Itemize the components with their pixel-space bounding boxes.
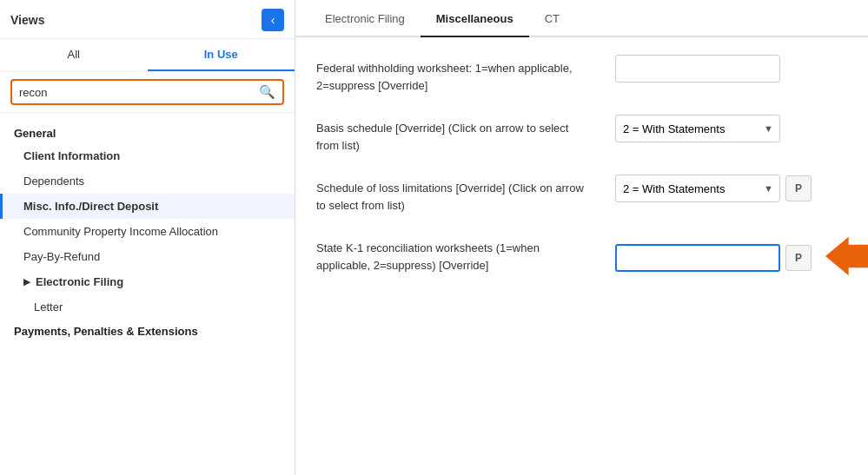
sidebar-item-client-information[interactable]: Client Information [0, 143, 295, 168]
sidebar-item-misc-direct-deposit[interactable]: Misc. Info./Direct Deposit [0, 194, 295, 219]
general-section-title: General [0, 122, 295, 143]
state-k1-p-button[interactable]: P [785, 245, 812, 271]
search-icon: 🔍 [259, 84, 275, 100]
federal-withholding-label: Federal withholding worksheet: 1=when ap… [316, 55, 594, 94]
sidebar-item-community-property[interactable]: Community Property Income Allocation [0, 219, 295, 244]
basis-schedule-select-wrapper: 1 = Without Statements 2 = With Statemen… [615, 115, 780, 142]
sidebar-item-letter[interactable]: Letter [0, 294, 295, 320]
schedule-loss-row: Schedule of loss limitations [Override] … [316, 175, 847, 214]
svg-marker-0 [825, 237, 868, 275]
schedule-loss-p-button[interactable]: P [785, 175, 812, 201]
tab-electronic-filing[interactable]: Electronic Filing [309, 0, 421, 37]
basis-schedule-control: 1 = Without Statements 2 = With Statemen… [615, 115, 847, 142]
federal-withholding-control [615, 55, 847, 82]
nav-list: General Client Information Dependents Mi… [0, 113, 295, 475]
orange-arrow-indicator [825, 234, 868, 280]
toggle-all[interactable]: All [0, 39, 148, 71]
schedule-loss-label: Schedule of loss limitations [Override] … [316, 175, 594, 214]
tab-ct[interactable]: CT [529, 0, 575, 37]
state-k1-control: P [615, 234, 868, 280]
toggle-in-use[interactable]: In Use [148, 39, 295, 71]
search-wrapper: 🔍 [10, 79, 284, 105]
sidebar-item-electronic-filing[interactable]: Electronic Filing [0, 269, 295, 294]
schedule-loss-select-wrapper: 1 = Without Statements 2 = With Statemen… [615, 175, 780, 202]
basis-schedule-label: Basis schedule [Override] (Click on arro… [316, 115, 594, 154]
content-area: Federal withholding worksheet: 1=when ap… [295, 37, 868, 475]
schedule-loss-control: 1 = Without Statements 2 = With Statemen… [615, 175, 847, 202]
state-k1-row: State K-1 reconciliation worksheets (1=w… [316, 234, 847, 280]
state-k1-label: State K-1 reconciliation worksheets (1=w… [316, 234, 594, 274]
main-content: Electronic Filing Miscellaneous CT Feder… [295, 0, 868, 475]
sidebar-item-dependents[interactable]: Dependents [0, 168, 295, 194]
search-row: 🔍 [0, 72, 295, 113]
views-header: Views ‹ [0, 0, 295, 39]
sidebar: Views ‹ All In Use 🔍 General Client Info… [0, 0, 295, 475]
tab-miscellaneous[interactable]: Miscellaneous [421, 0, 529, 37]
sidebar-item-pay-by-refund[interactable]: Pay-By-Refund [0, 244, 295, 269]
state-k1-input[interactable] [615, 244, 780, 272]
search-input[interactable] [19, 86, 259, 99]
payments-section-title: Payments, Penalties & Extensions [0, 320, 295, 341]
tabs-bar: Electronic Filing Miscellaneous CT [295, 0, 868, 37]
toggle-row: All In Use [0, 39, 295, 72]
federal-withholding-input[interactable] [615, 55, 780, 82]
orange-arrow-icon [825, 234, 868, 278]
schedule-loss-select[interactable]: 1 = Without Statements 2 = With Statemen… [615, 175, 780, 202]
collapse-button[interactable]: ‹ [262, 9, 284, 31]
views-title: Views [10, 13, 44, 27]
federal-withholding-row: Federal withholding worksheet: 1=when ap… [316, 55, 847, 94]
basis-schedule-select[interactable]: 1 = Without Statements 2 = With Statemen… [615, 115, 780, 142]
basis-schedule-row: Basis schedule [Override] (Click on arro… [316, 115, 847, 154]
